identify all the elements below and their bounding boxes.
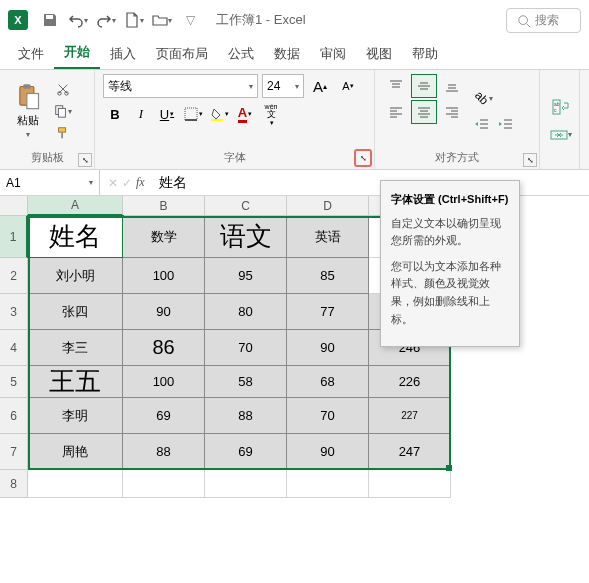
- bold-button[interactable]: B: [103, 102, 127, 126]
- phonetic-button[interactable]: wén文▾: [259, 102, 283, 126]
- svg-rect-3: [23, 84, 30, 89]
- cell[interactable]: 周艳: [28, 434, 123, 470]
- decrease-font-button[interactable]: A▾: [336, 74, 360, 98]
- wrap-text-button[interactable]: abc: [548, 95, 574, 119]
- cell[interactable]: 刘小明: [28, 258, 123, 294]
- cell[interactable]: 70: [287, 398, 369, 434]
- cell[interactable]: 226: [369, 366, 451, 398]
- fx-icon[interactable]: fx: [136, 175, 145, 190]
- tab-page-layout[interactable]: 页面布局: [146, 39, 218, 69]
- cell[interactable]: 90: [287, 434, 369, 470]
- cell[interactable]: 247: [369, 434, 451, 470]
- copy-button[interactable]: ▾: [52, 101, 74, 121]
- decrease-indent-button[interactable]: [471, 112, 493, 136]
- increase-font-button[interactable]: A▴: [308, 74, 332, 98]
- cell[interactable]: 90: [123, 294, 205, 330]
- save-button[interactable]: [36, 6, 64, 34]
- orientation-button[interactable]: ab▾: [471, 86, 497, 110]
- cell[interactable]: 80: [205, 294, 287, 330]
- italic-button[interactable]: I: [129, 102, 153, 126]
- cell[interactable]: [123, 470, 205, 498]
- cell[interactable]: 英语: [287, 216, 369, 258]
- row-header[interactable]: 1: [0, 216, 28, 258]
- cell[interactable]: 李三: [28, 330, 123, 366]
- row-header[interactable]: 3: [0, 294, 28, 330]
- cell[interactable]: 77: [287, 294, 369, 330]
- align-left-button[interactable]: [383, 100, 409, 124]
- cell[interactable]: 69: [205, 434, 287, 470]
- alignment-dialog-launcher[interactable]: ⤡: [523, 153, 537, 167]
- row-header[interactable]: 4: [0, 330, 28, 366]
- cut-button[interactable]: [52, 79, 74, 99]
- row-header[interactable]: 6: [0, 398, 28, 434]
- column-header[interactable]: D: [287, 196, 369, 216]
- cell[interactable]: 85: [287, 258, 369, 294]
- format-painter-button[interactable]: [52, 123, 74, 143]
- redo-button[interactable]: ▾: [92, 6, 120, 34]
- row-header[interactable]: 7: [0, 434, 28, 470]
- cell[interactable]: 语文: [205, 216, 287, 258]
- search-box[interactable]: 搜索: [506, 8, 581, 33]
- formula-input[interactable]: 姓名: [153, 170, 589, 195]
- cell[interactable]: 69: [123, 398, 205, 434]
- tab-review[interactable]: 审阅: [310, 39, 356, 69]
- tab-formulas[interactable]: 公式: [218, 39, 264, 69]
- font-name-select[interactable]: 等线▾: [103, 74, 258, 98]
- align-center-button[interactable]: [411, 100, 437, 124]
- row-header[interactable]: 2: [0, 258, 28, 294]
- cell[interactable]: 数学: [123, 216, 205, 258]
- merge-button[interactable]: ▾: [548, 123, 574, 147]
- cell[interactable]: 张四: [28, 294, 123, 330]
- cell[interactable]: [205, 470, 287, 498]
- row-header[interactable]: 8: [0, 470, 28, 498]
- row-header[interactable]: 5: [0, 366, 28, 398]
- column-header[interactable]: B: [123, 196, 205, 216]
- cell[interactable]: 王五: [28, 366, 123, 398]
- font-size-select[interactable]: 24▾: [262, 74, 304, 98]
- tab-help[interactable]: 帮助: [402, 39, 448, 69]
- cancel-formula-icon[interactable]: ✕: [108, 176, 118, 190]
- font-color-button[interactable]: A▾: [233, 102, 257, 126]
- cell[interactable]: [287, 470, 369, 498]
- cell[interactable]: [369, 470, 451, 498]
- cell[interactable]: 88: [205, 398, 287, 434]
- paste-button[interactable]: 粘贴 ▾: [8, 74, 48, 148]
- font-dialog-launcher[interactable]: ⤡: [354, 149, 372, 167]
- cell[interactable]: 58: [205, 366, 287, 398]
- align-right-button[interactable]: [439, 100, 465, 124]
- accept-formula-icon[interactable]: ✓: [122, 176, 132, 190]
- cell[interactable]: 88: [123, 434, 205, 470]
- column-header[interactable]: C: [205, 196, 287, 216]
- align-bottom-button[interactable]: [439, 74, 465, 98]
- qat-overflow[interactable]: ▽: [176, 6, 204, 34]
- column-header[interactable]: A: [28, 196, 123, 216]
- select-all-corner[interactable]: [0, 196, 28, 216]
- align-middle-button[interactable]: [411, 74, 437, 98]
- tab-view[interactable]: 视图: [356, 39, 402, 69]
- new-file-button[interactable]: ▾: [120, 6, 148, 34]
- cell[interactable]: 100: [123, 258, 205, 294]
- cell[interactable]: [28, 470, 123, 498]
- open-button[interactable]: ▾: [148, 6, 176, 34]
- cell[interactable]: 95: [205, 258, 287, 294]
- underline-button[interactable]: U▾: [155, 102, 179, 126]
- name-box[interactable]: A1▾: [0, 170, 100, 195]
- tab-home[interactable]: 开始: [54, 37, 100, 69]
- cell[interactable]: 70: [205, 330, 287, 366]
- fill-color-button[interactable]: ▾: [207, 102, 231, 126]
- tab-insert[interactable]: 插入: [100, 39, 146, 69]
- cell[interactable]: 86: [123, 330, 205, 366]
- border-button[interactable]: ▾: [181, 102, 205, 126]
- cell[interactable]: 68: [287, 366, 369, 398]
- clipboard-dialog-launcher[interactable]: ⤡: [78, 153, 92, 167]
- cell[interactable]: 90: [287, 330, 369, 366]
- align-top-button[interactable]: [383, 74, 409, 98]
- cell[interactable]: 227: [369, 398, 451, 434]
- tab-data[interactable]: 数据: [264, 39, 310, 69]
- cell[interactable]: 100: [123, 366, 205, 398]
- cell[interactable]: 李明: [28, 398, 123, 434]
- increase-indent-button[interactable]: [495, 112, 517, 136]
- undo-button[interactable]: ▾: [64, 6, 92, 34]
- cell[interactable]: 姓名: [28, 216, 123, 258]
- tab-file[interactable]: 文件: [8, 39, 54, 69]
